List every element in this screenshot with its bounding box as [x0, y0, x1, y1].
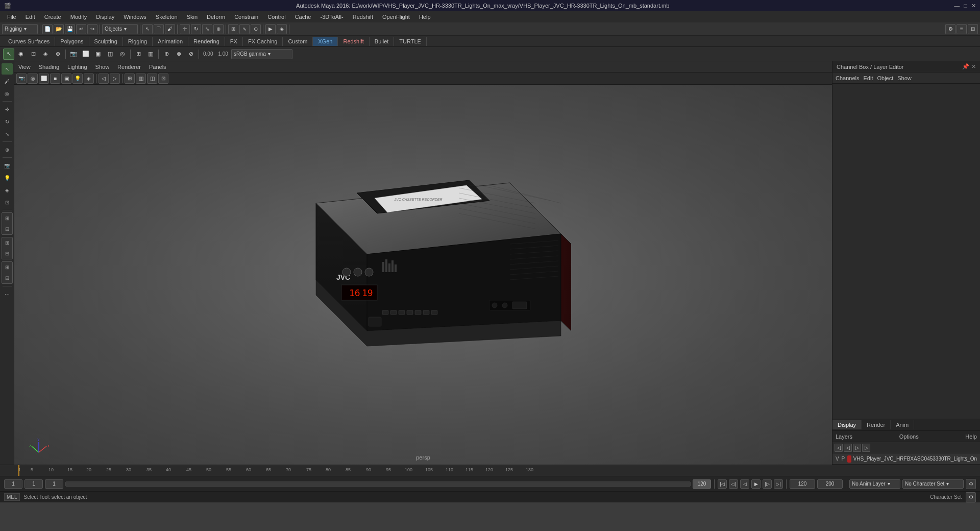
- scale-btn[interactable]: ⤡: [2, 128, 13, 139]
- cb-tab-edit[interactable]: Edit: [863, 75, 873, 81]
- redo-btn[interactable]: ↪: [87, 24, 97, 34]
- right-icons-2[interactable]: ≡: [957, 24, 967, 34]
- range-end-input[interactable]: [790, 479, 815, 489]
- rotate-tool-btn[interactable]: ↻: [191, 24, 201, 34]
- menu-redshift[interactable]: Redshift: [349, 13, 377, 21]
- panel-close-btn[interactable]: ✕: [971, 63, 976, 70]
- vmenu-lighting[interactable]: Lighting: [67, 64, 87, 70]
- select-icon[interactable]: ↖: [3, 49, 14, 60]
- tab-fx-caching[interactable]: FX Caching: [243, 37, 283, 46]
- menu-help[interactable]: Help: [415, 13, 435, 21]
- goto-end-btn[interactable]: ▷|: [774, 479, 783, 489]
- anim-scrub-slider[interactable]: [65, 481, 691, 487]
- tab-animation[interactable]: Animation: [153, 37, 188, 46]
- pivot-btn[interactable]: ⊡: [2, 197, 13, 208]
- colorspace-dropdown[interactable]: sRGB gamma ▾: [231, 49, 292, 59]
- play-fwd-btn[interactable]: ▶: [751, 479, 761, 489]
- menu-create[interactable]: Create: [40, 13, 65, 21]
- timeline[interactable]: 1 5 10 15 20 25 30 35 40 45 50 55 60 65 …: [0, 465, 980, 476]
- window-controls[interactable]: — □ ✕: [954, 3, 976, 9]
- tab-redshift[interactable]: Redshift: [338, 37, 369, 46]
- tab-polygons[interactable]: Polygons: [55, 37, 89, 46]
- help-tab[interactable]: Help: [965, 433, 977, 440]
- grid-icon[interactable]: ⊞: [133, 49, 144, 60]
- hud-icon[interactable]: ▥: [145, 49, 156, 60]
- range-start-input[interactable]: [4, 479, 22, 489]
- save-scene-btn[interactable]: 💾: [65, 24, 75, 34]
- layer-back-btn[interactable]: ◁: [835, 444, 843, 452]
- goto-start-btn[interactable]: |◁: [718, 479, 727, 489]
- ipr-btn[interactable]: ◈: [277, 24, 287, 34]
- tab-fx[interactable]: FX: [225, 37, 243, 46]
- menu-openflight[interactable]: OpenFlight: [378, 13, 414, 21]
- scale-tool-btn[interactable]: ⤡: [202, 24, 212, 34]
- camera-group-btn[interactable]: 📷: [2, 160, 13, 171]
- menu-cache[interactable]: Cache: [291, 13, 315, 21]
- snapping3-icon[interactable]: ⊘: [185, 49, 197, 60]
- status-settings-btn[interactable]: ⚙: [966, 492, 976, 502]
- paint-tool-btn[interactable]: 🖌: [165, 24, 175, 34]
- group-tool-1[interactable]: ⊞: [2, 213, 13, 224]
- render-btn[interactable]: ▶: [265, 24, 276, 34]
- close-button[interactable]: ✕: [971, 3, 976, 9]
- mode-dropdown[interactable]: Rigging ▾: [2, 24, 38, 34]
- camera-icon[interactable]: 📷: [68, 49, 79, 60]
- sculpt-btn[interactable]: ◎: [2, 88, 13, 99]
- step-back-btn[interactable]: ◁|: [729, 479, 738, 489]
- component-icon[interactable]: ◉: [15, 49, 27, 60]
- vp-grid-btn[interactable]: ⊞: [125, 74, 135, 84]
- snap-point-btn[interactable]: ⊙: [251, 24, 261, 34]
- move-tool-btn[interactable]: ✛: [180, 24, 190, 34]
- layer-pickable[interactable]: P: [842, 456, 846, 462]
- display-btn[interactable]: ◈: [2, 184, 13, 196]
- show-manip-btn[interactable]: ⊕: [2, 144, 13, 155]
- maximize-button[interactable]: □: [964, 3, 967, 9]
- layer-next-btn[interactable]: ▷: [853, 444, 861, 452]
- group-tool-3[interactable]: ⊞: [2, 237, 13, 248]
- vp-next-btn[interactable]: ▷: [110, 74, 120, 84]
- layer-visibility[interactable]: V: [836, 456, 840, 462]
- vp-camera-btn[interactable]: 📷: [16, 74, 27, 84]
- tab-sculpting[interactable]: Sculpting: [89, 37, 123, 46]
- global-icon[interactable]: ⊛: [52, 49, 63, 60]
- snap-curve-btn[interactable]: ∿: [239, 24, 250, 34]
- vp-hud-btn[interactable]: ▥: [136, 74, 146, 84]
- cb-tab-channels[interactable]: Channels: [836, 75, 859, 81]
- play-back-btn[interactable]: ◁: [740, 479, 749, 489]
- cb-tab-object[interactable]: Object: [877, 75, 893, 81]
- vp-aa-btn[interactable]: ◈: [84, 74, 94, 84]
- options-tab[interactable]: Options: [899, 433, 919, 440]
- minimize-button[interactable]: —: [954, 3, 960, 9]
- menu-control[interactable]: Control: [263, 13, 289, 21]
- vp-wireframe-btn[interactable]: ⬜: [39, 74, 49, 84]
- vmenu-shading[interactable]: Shading: [39, 64, 59, 70]
- isolate-icon[interactable]: ◎: [117, 49, 128, 60]
- tab-bullet[interactable]: Bullet: [370, 37, 395, 46]
- current-frame-input[interactable]: [24, 479, 43, 489]
- vmenu-panels[interactable]: Panels: [149, 64, 166, 70]
- xray-icon[interactable]: ◫: [105, 49, 116, 60]
- move-btn[interactable]: ✛: [2, 104, 13, 115]
- vmenu-renderer[interactable]: Renderer: [117, 64, 141, 70]
- total-end-input[interactable]: [817, 479, 843, 489]
- tab-rigging[interactable]: Rigging: [123, 37, 153, 46]
- open-scene-btn[interactable]: 📂: [54, 24, 64, 34]
- layer-prev-btn[interactable]: ◁: [844, 444, 852, 452]
- wireframe-icon[interactable]: ⬜: [80, 49, 91, 60]
- group-tool-4[interactable]: ⊟: [2, 248, 13, 259]
- vp-lights-btn[interactable]: 💡: [72, 74, 83, 84]
- vp-isolate-btn[interactable]: ◎: [28, 74, 38, 84]
- snapping2-icon[interactable]: ⊗: [173, 49, 184, 60]
- menu-constrain[interactable]: Constrain: [230, 13, 262, 21]
- group-tool-6[interactable]: ⊟: [2, 273, 13, 283]
- tab-rendering[interactable]: Rendering: [188, 37, 225, 46]
- menu-edit[interactable]: Edit: [21, 13, 39, 21]
- vmenu-show[interactable]: Show: [95, 64, 110, 70]
- panel-pin-btn[interactable]: 📌: [962, 63, 969, 70]
- snapping1-icon[interactable]: ⊕: [161, 49, 172, 60]
- snap-grid-btn[interactable]: ⊞: [228, 24, 238, 34]
- step-fwd-btn[interactable]: |▷: [763, 479, 772, 489]
- disp-tab-render[interactable]: Render: [862, 420, 891, 429]
- tab-curves-surfaces[interactable]: Curves Surfaces: [3, 37, 55, 46]
- vmenu-view[interactable]: View: [18, 64, 31, 70]
